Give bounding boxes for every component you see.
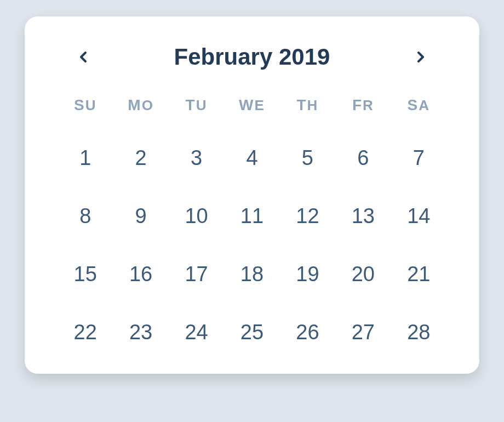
day-cell[interactable]: 25 xyxy=(224,318,279,346)
chevron-left-icon xyxy=(77,48,90,66)
day-header-su: Su xyxy=(58,96,113,114)
day-cell[interactable]: 9 xyxy=(113,202,168,230)
day-cell[interactable]: 5 xyxy=(280,144,335,172)
day-cell[interactable]: 16 xyxy=(113,260,168,288)
month-year-title[interactable]: February 2019 xyxy=(174,44,330,70)
day-cell[interactable]: 8 xyxy=(58,202,113,230)
previous-month-button[interactable] xyxy=(73,44,95,70)
day-cell[interactable]: 3 xyxy=(169,144,224,172)
day-header-th: Th xyxy=(280,96,335,114)
day-cell[interactable]: 4 xyxy=(224,144,279,172)
day-header-mo: Mo xyxy=(113,96,168,114)
day-cell[interactable]: 14 xyxy=(391,202,446,230)
day-header-fr: Fr xyxy=(335,96,391,114)
day-cell[interactable]: 13 xyxy=(335,202,391,230)
day-header-sa: Sa xyxy=(391,96,446,114)
next-month-button[interactable] xyxy=(409,44,431,70)
day-cell[interactable]: 27 xyxy=(335,318,391,346)
day-cell[interactable]: 1 xyxy=(58,144,113,172)
day-cell[interactable]: 2 xyxy=(113,144,168,172)
day-cell[interactable]: 24 xyxy=(169,318,224,346)
day-cell[interactable]: 11 xyxy=(224,202,279,230)
calendar-grid: Su Mo Tu We Th Fr Sa 1 2 3 4 5 6 7 8 9 1… xyxy=(58,96,446,346)
calendar-widget: February 2019 Su Mo Tu We Th Fr Sa 1 2 3… xyxy=(25,16,479,374)
day-cell[interactable]: 6 xyxy=(335,144,391,172)
day-cell[interactable]: 22 xyxy=(58,318,113,346)
day-cell[interactable]: 7 xyxy=(391,144,446,172)
day-cell[interactable]: 10 xyxy=(169,202,224,230)
day-header-tu: Tu xyxy=(169,96,224,114)
calendar-header: February 2019 xyxy=(58,44,446,70)
day-cell[interactable]: 17 xyxy=(169,260,224,288)
day-cell[interactable]: 12 xyxy=(280,202,335,230)
day-cell[interactable]: 26 xyxy=(280,318,335,346)
day-cell[interactable]: 18 xyxy=(224,260,279,288)
day-cell[interactable]: 28 xyxy=(391,318,446,346)
day-cell[interactable]: 15 xyxy=(58,260,113,288)
chevron-right-icon xyxy=(414,48,427,66)
day-header-we: We xyxy=(224,96,279,114)
day-cell[interactable]: 21 xyxy=(391,260,446,288)
day-cell[interactable]: 20 xyxy=(335,260,391,288)
day-cell[interactable]: 19 xyxy=(280,260,335,288)
day-cell[interactable]: 23 xyxy=(113,318,168,346)
